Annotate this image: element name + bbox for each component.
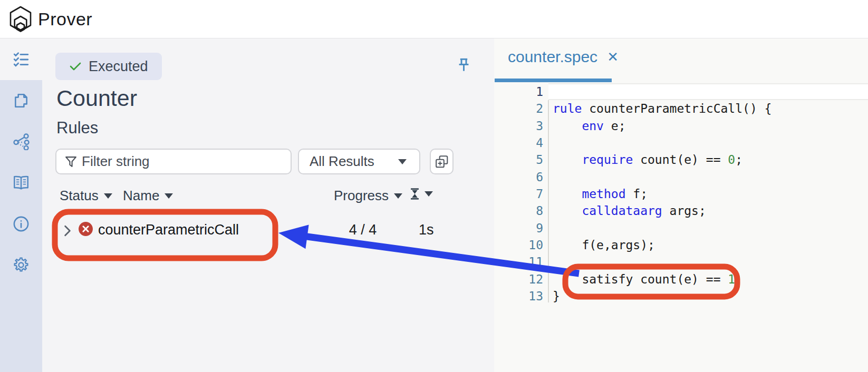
app-title: Prover	[38, 9, 92, 30]
line-number: 9	[494, 220, 543, 237]
sort-caret-icon	[425, 191, 433, 197]
line-number: 8	[494, 202, 543, 219]
app-header: Prover	[0, 0, 868, 38]
code-line-9: 9	[494, 220, 868, 237]
tab-counter-spec[interactable]: counter.spec ✕	[508, 48, 619, 66]
results-filter-select[interactable]: All Results	[298, 149, 420, 174]
code-line-text	[543, 134, 868, 151]
chevron-right-icon[interactable]	[63, 224, 72, 237]
code-line-text: env e;	[543, 118, 868, 134]
sort-caret-icon	[394, 193, 402, 199]
rule-name: counterParametricCall	[98, 222, 239, 238]
docs-book-icon	[12, 174, 30, 191]
line-number: 3	[494, 118, 543, 134]
rule-duration: 1s	[419, 222, 434, 238]
line-number: 11	[494, 253, 543, 270]
sidebar-item-settings[interactable]	[0, 244, 42, 286]
funnel-icon	[65, 156, 77, 168]
code-line-4: 4	[494, 134, 868, 151]
code-line-text	[543, 220, 868, 237]
code-line-text: calldataarg args;	[543, 202, 868, 219]
line-number: 2	[494, 100, 543, 117]
line-number: 5	[494, 151, 543, 168]
code-line-text: satisfy count(e) == 1;	[543, 271, 868, 288]
code-area: 12rule counterParametricCall() {3 env e;…	[494, 80, 868, 372]
column-header-name[interactable]: Name	[123, 188, 173, 204]
line-number: 10	[494, 237, 543, 253]
expand-all-icon	[435, 155, 449, 169]
spec-editor-panel: counter.spec ✕ 12rule counterParametricC…	[494, 38, 868, 372]
code-line-text	[543, 253, 868, 270]
code-line-6: 6	[494, 169, 868, 185]
info-icon	[13, 216, 30, 232]
line-number: 13	[494, 288, 543, 305]
code-line-1: 1	[494, 83, 868, 100]
code-line-12: 12 satisfy count(e) == 1;	[494, 271, 868, 288]
check-icon	[69, 61, 82, 72]
sidebar-item-info[interactable]	[0, 203, 42, 244]
line-number: 1	[494, 83, 543, 100]
code-line-text: method f;	[543, 185, 868, 202]
code-line-7: 7 method f;	[494, 185, 868, 202]
pin-icon	[457, 57, 471, 73]
progress-header-label: Progress	[334, 188, 389, 204]
code-line-text: require count(e) == 0;	[543, 151, 868, 168]
page-title: Counter	[56, 85, 137, 111]
column-header-duration[interactable]	[410, 188, 433, 200]
code-line-3: 3 env e;	[494, 118, 868, 134]
code-line-text: rule counterParametricCall() {	[543, 100, 868, 117]
sort-caret-icon	[165, 193, 173, 199]
code-line-2: 2rule counterParametricCall() {	[494, 100, 868, 117]
line-number: 4	[494, 134, 543, 151]
hourglass-icon	[410, 188, 419, 200]
code-line-8: 8 calldataarg args;	[494, 202, 868, 219]
code-line-text: }	[543, 288, 868, 305]
status-badge: Executed	[55, 53, 162, 80]
column-header-status[interactable]: Status	[60, 188, 112, 204]
results-filter-value: All Results	[310, 153, 374, 170]
settings-gear-icon	[13, 257, 30, 273]
expand-all-button[interactable]	[430, 149, 454, 174]
rules-checklist-icon	[13, 51, 30, 68]
rules-section-title: Rules	[56, 119, 98, 138]
pin-button[interactable]	[457, 57, 471, 75]
error-circle-x-icon	[78, 221, 93, 237]
rule-progress: 4 / 4	[342, 222, 384, 238]
line-number: 6	[494, 169, 543, 185]
status-badge-label: Executed	[89, 58, 148, 75]
sort-caret-icon	[104, 193, 112, 199]
code-line-11: 11	[494, 253, 868, 270]
filter-field	[55, 149, 292, 174]
filter-input[interactable]	[82, 150, 287, 173]
gutter-separator	[548, 100, 549, 302]
code-line-10: 10 f(e,args);	[494, 237, 868, 253]
name-header-label: Name	[123, 188, 159, 204]
chevron-down-icon	[398, 159, 407, 164]
prover-logo-icon	[7, 5, 34, 33]
line-number: 12	[494, 271, 543, 288]
code-line-13: 13}	[494, 288, 868, 305]
rules-table-header: Status Name Progress	[42, 188, 494, 203]
sidebar-item-files[interactable]	[0, 80, 42, 121]
sidebar-item-call-graph[interactable]	[0, 121, 42, 162]
editor-tab-bar: counter.spec ✕	[494, 38, 868, 80]
close-icon[interactable]: ✕	[607, 49, 619, 65]
tab-label: counter.spec	[508, 48, 597, 66]
icon-sidebar	[0, 38, 42, 372]
sidebar-item-rules[interactable]	[0, 38, 42, 80]
column-header-progress[interactable]: Progress	[334, 188, 402, 204]
code-line-text	[543, 169, 868, 185]
rule-row-counterParametricCall[interactable]: counterParametricCall 4 / 4 1s	[42, 216, 494, 246]
code-line-text: f(e,args);	[543, 237, 868, 253]
code-line-5: 5 require count(e) == 0;	[494, 151, 868, 168]
rules-panel: Executed Counter Rules All Results	[42, 38, 494, 372]
call-graph-icon	[13, 133, 30, 150]
code-line-text	[548, 83, 868, 100]
status-header-label: Status	[60, 188, 99, 204]
sidebar-item-docs[interactable]	[0, 162, 42, 203]
files-icon	[13, 92, 30, 109]
code-lines: 12rule counterParametricCall() {3 env e;…	[494, 83, 868, 305]
line-number: 7	[494, 185, 543, 202]
